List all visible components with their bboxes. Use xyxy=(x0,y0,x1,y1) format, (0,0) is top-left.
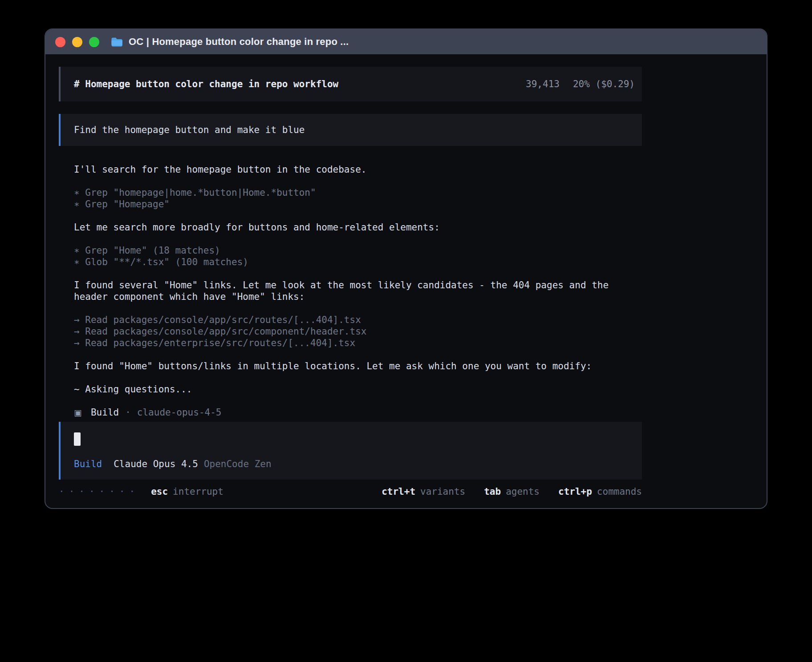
provider-name: OpenCode Zen xyxy=(204,458,272,470)
agent-status-line: ▣ Build · claude-opus-4-5 xyxy=(74,407,642,418)
tool-call-line: ∗ Grep "homepage|home.*button|Home.*butt… xyxy=(74,187,626,198)
context-cost: 20% ($0.29) xyxy=(573,78,635,90)
tool-call-line: ∗ Grep "Home" (18 matches) xyxy=(74,245,626,256)
conversation: I'll search for the homepage button in t… xyxy=(59,164,642,418)
assistant-status-text: ~ Asking questions... xyxy=(74,383,626,395)
shortcut-key: tab xyxy=(484,486,501,497)
window-controls xyxy=(55,37,99,47)
shortcut-label: agents xyxy=(506,486,540,497)
terminal-window: OC | Homepage button color change in rep… xyxy=(45,28,767,509)
esc-hint: escinterrupt xyxy=(151,486,223,497)
tool-call-group: ∗ Grep "homepage|home.*button|Home.*butt… xyxy=(74,187,626,210)
folder-icon xyxy=(111,37,123,47)
zoom-button[interactable] xyxy=(89,37,99,47)
session-title: # Homepage button color change in repo w… xyxy=(74,78,338,90)
minimize-button[interactable] xyxy=(72,37,82,47)
tool-call-line: → Read packages/console/app/src/routes/[… xyxy=(74,314,626,326)
shortcut-key: ctrl+t xyxy=(382,486,415,497)
agent-name: Build xyxy=(91,407,119,418)
assistant-text: I found several "Home" links. Let me loo… xyxy=(74,279,626,303)
assistant-text: I'll search for the homepage button in t… xyxy=(74,164,626,175)
titlebar: OC | Homepage button color change in rep… xyxy=(45,29,767,54)
shortcut-agents: tabagents xyxy=(484,486,540,497)
tool-call-line: ∗ Grep "Homepage" xyxy=(74,198,626,210)
tool-call-group: → Read packages/console/app/src/routes/[… xyxy=(74,314,626,349)
tool-call-group: ∗ Grep "Home" (18 matches) ∗ Glob "**/*.… xyxy=(74,245,626,268)
status-bar: ········ escinterrupt ctrl+tvariants tab… xyxy=(59,486,642,497)
shortcut-variants: ctrl+tvariants xyxy=(382,486,465,497)
window-title: OC | Homepage button color change in rep… xyxy=(129,36,349,48)
shortcut-key: ctrl+p xyxy=(558,486,592,497)
token-count: 39,413 xyxy=(526,78,560,90)
esc-label: interrupt xyxy=(173,486,223,497)
shortcut-hints: ctrl+tvariants tabagents ctrl+pcommands xyxy=(382,486,642,497)
model-name: Claude Opus 4.5 xyxy=(114,458,198,470)
tool-call-line: ∗ Glob "**/*.tsx" (100 matches) xyxy=(74,256,626,268)
shortcut-commands: ctrl+pcommands xyxy=(558,486,642,497)
session-header: # Homepage button color change in repo w… xyxy=(59,67,642,101)
shortcut-label: commands xyxy=(597,486,642,497)
assistant-text: Let me search more broadly for buttons a… xyxy=(74,222,626,233)
close-button[interactable] xyxy=(55,37,65,47)
mode-indicator: Build xyxy=(74,458,102,470)
prompt-input[interactable]: Build Claude Opus 4.5 OpenCode Zen xyxy=(59,422,642,480)
agent-model: claude-opus-4-5 xyxy=(137,407,222,418)
shortcut-label: variants xyxy=(420,486,465,497)
tool-call-line: → Read packages/console/app/src/componen… xyxy=(74,326,626,337)
progress-dots: ········ xyxy=(59,486,139,497)
esc-key: esc xyxy=(151,486,168,497)
text-cursor xyxy=(74,432,81,446)
user-message-text: Find the homepage button and make it blu… xyxy=(74,124,304,136)
separator-dot: · xyxy=(125,407,131,418)
assistant-text: I found "Home" buttons/links in multiple… xyxy=(74,360,626,372)
tool-call-line: → Read packages/enterprise/src/routes/[.… xyxy=(74,337,626,349)
agent-icon: ▣ xyxy=(74,407,82,418)
input-status-line: Build Claude Opus 4.5 OpenCode Zen xyxy=(74,458,642,470)
user-message: Find the homepage button and make it blu… xyxy=(59,114,642,146)
